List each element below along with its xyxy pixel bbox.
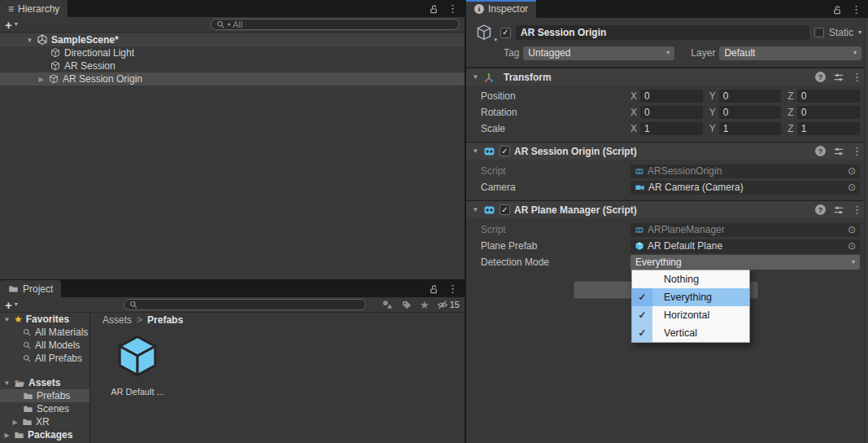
foldout-icon[interactable]: ▼ xyxy=(472,73,479,81)
breadcrumb-current[interactable]: Prefabs xyxy=(147,314,183,326)
scale-x-field[interactable]: 1 xyxy=(640,122,703,135)
position-y-field[interactable]: 0 xyxy=(719,90,782,103)
transform-header[interactable]: ▼ Transform ? ⋮ xyxy=(466,68,868,86)
tree-item-all-materials[interactable]: All Materials xyxy=(0,326,89,339)
component-menu-icon[interactable]: ⋮ xyxy=(852,146,862,156)
object-picker-icon[interactable]: ⊙ xyxy=(848,166,856,176)
search-by-label-tag-icon[interactable] xyxy=(401,299,412,310)
rotation-x-field[interactable]: 0 xyxy=(640,106,703,119)
presets-icon[interactable] xyxy=(833,146,844,157)
rotation-z-field[interactable]: 0 xyxy=(797,106,860,119)
active-checkbox[interactable]: ✓ xyxy=(500,28,511,38)
tag-dropdown[interactable]: Untagged ▾ xyxy=(523,46,674,60)
breadcrumb-root[interactable]: Assets xyxy=(103,314,132,326)
popup-item-vertical[interactable]: ✓ Vertical xyxy=(632,324,749,342)
section-title: AR Plane Manager (Script) xyxy=(514,204,637,216)
project-search-input[interactable] xyxy=(124,299,366,310)
create-asset-button[interactable]: + xyxy=(5,299,12,311)
hidden-packages-toggle[interactable]: 15 xyxy=(437,299,460,310)
hierarchy-search-input[interactable]: ▾ All xyxy=(211,19,460,30)
tree-item-packages[interactable]: ▶ Packages xyxy=(0,428,89,441)
tag-label: Tag xyxy=(504,47,519,59)
popup-item-horizontal[interactable]: ✓ Horizontal xyxy=(632,306,749,324)
help-icon[interactable]: ? xyxy=(815,146,826,156)
create-object-caret-icon[interactable]: ▾ xyxy=(15,21,18,28)
object-picker-icon[interactable]: ⊙ xyxy=(848,225,856,235)
row-label: Rotation xyxy=(481,107,630,118)
script-object-field[interactable]: ARPlaneManager ⊙ xyxy=(630,223,860,237)
component-menu-icon[interactable]: ⋮ xyxy=(852,72,862,82)
component-menu-icon[interactable]: ⋮ xyxy=(852,204,862,215)
rotation-y-field[interactable]: 0 xyxy=(719,106,782,119)
check-icon: ✓ xyxy=(632,306,652,324)
script-object-field[interactable]: ARSessionOrigin ⊙ xyxy=(630,164,860,178)
panel-menu-icon[interactable]: ⋮ xyxy=(447,283,458,294)
detection-mode-dropdown[interactable]: Everything ▾ xyxy=(630,255,860,270)
layer-dropdown[interactable]: Default ▾ xyxy=(719,46,861,60)
search-by-type-icon[interactable] xyxy=(382,299,394,310)
search-filter-caret-icon[interactable]: ▾ xyxy=(228,22,230,27)
tab-project[interactable]: Project xyxy=(0,280,61,297)
panel-menu-icon[interactable]: ⋮ xyxy=(447,3,458,14)
help-icon[interactable]: ? xyxy=(815,72,826,82)
inspector-scrollbar[interactable] xyxy=(864,18,868,443)
scale-y-field[interactable]: 1 xyxy=(719,122,782,135)
foldout-icon[interactable]: ▼ xyxy=(3,316,11,323)
foldout-icon[interactable]: ▼ xyxy=(3,379,11,387)
foldout-icon[interactable]: ▼ xyxy=(472,206,479,213)
foldout-icon[interactable]: ▶ xyxy=(11,419,19,426)
tree-item-favorites[interactable]: ▼ ★ Favorites xyxy=(0,313,89,326)
tab-hierarchy[interactable]: ≡ Hierarchy xyxy=(0,0,68,17)
static-checkbox[interactable] xyxy=(814,28,824,37)
component-enabled-checkbox[interactable]: ✓ xyxy=(499,146,510,156)
gameobject-icon-selector[interactable]: ▾ xyxy=(473,23,495,42)
lock-icon[interactable] xyxy=(429,4,438,14)
hierarchy-item-ar-session-origin[interactable]: ▶ AR Session Origin xyxy=(0,72,465,86)
foldout-icon[interactable]: ▶ xyxy=(3,432,11,439)
popup-item-everything[interactable]: ✓ Everything xyxy=(632,288,749,306)
lock-icon[interactable] xyxy=(429,284,438,294)
eye-slash-icon xyxy=(437,299,448,310)
folder-icon xyxy=(22,417,33,427)
create-asset-caret-icon[interactable]: ▾ xyxy=(15,301,18,308)
plane-prefab-object-field[interactable]: AR Default Plane ⊙ xyxy=(630,239,860,253)
scale-z-field[interactable]: 1 xyxy=(797,122,860,135)
tree-item-all-prefabs[interactable]: All Prefabs xyxy=(0,352,89,365)
help-icon[interactable]: ? xyxy=(815,204,826,215)
hierarchy-item-directional-light[interactable]: Directional Light xyxy=(0,46,465,59)
object-picker-icon[interactable]: ⊙ xyxy=(848,182,856,192)
tab-inspector[interactable]: i Inspector xyxy=(466,0,536,18)
position-x-field[interactable]: 0 xyxy=(640,90,703,103)
hierarchy-item-ar-session[interactable]: AR Session xyxy=(0,59,465,72)
scene-row[interactable]: ▼ SampleScene* xyxy=(0,33,465,46)
create-object-button[interactable]: + xyxy=(5,19,12,31)
presets-icon[interactable] xyxy=(833,204,844,216)
project-tabbar: Project ⋮ xyxy=(0,280,465,297)
ar-session-origin-header[interactable]: ▼ ✓ AR Session Origin (Script) ? ⋮ xyxy=(466,142,868,160)
tree-item-assets[interactable]: ▼ Assets xyxy=(0,376,89,389)
scene-foldout-icon[interactable]: ▼ xyxy=(26,37,33,44)
search-icon xyxy=(216,20,225,29)
hierarchy-item-label: AR Session Origin xyxy=(63,73,142,85)
lock-icon[interactable] xyxy=(832,5,842,15)
tree-item-scenes[interactable]: Scenes xyxy=(0,402,89,415)
inspector-tabbar: i Inspector ⋮ xyxy=(466,0,868,18)
favorites-star-icon[interactable]: ★ xyxy=(420,299,430,311)
panel-menu-icon[interactable]: ⋮ xyxy=(851,4,861,15)
ar-plane-manager-header[interactable]: ▼ ✓ AR Plane Manager (Script) ? ⋮ xyxy=(466,200,868,218)
presets-icon[interactable] xyxy=(833,72,844,83)
static-caret-icon[interactable]: ▾ xyxy=(858,29,861,36)
object-picker-icon[interactable]: ⊙ xyxy=(848,241,856,251)
popup-item-nothing[interactable]: Nothing xyxy=(632,270,749,288)
component-enabled-checkbox[interactable]: ✓ xyxy=(499,204,510,215)
foldout-icon[interactable]: ▼ xyxy=(472,147,479,155)
position-z-field[interactable]: 0 xyxy=(797,90,860,103)
tree-item-xr[interactable]: ▶ XR xyxy=(0,415,89,428)
camera-object-field[interactable]: AR Camera (Camera) ⊙ xyxy=(630,181,860,195)
gameobject-name-field[interactable]: AR Session Origin xyxy=(516,25,809,40)
tree-item-all-models[interactable]: All Models xyxy=(0,339,89,352)
asset-ar-default-plane[interactable]: AR Default ... xyxy=(106,332,169,397)
detection-mode-value: Everything xyxy=(635,257,682,268)
tree-item-prefabs[interactable]: Prefabs xyxy=(0,389,89,402)
item-foldout-icon[interactable]: ▶ xyxy=(37,76,45,83)
